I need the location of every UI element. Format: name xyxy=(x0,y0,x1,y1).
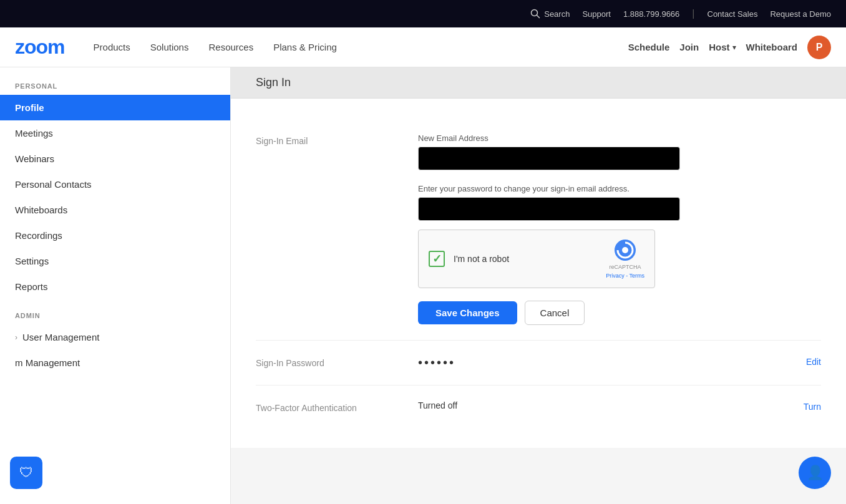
main-content: Sign In Sign-In Email New Email Address … xyxy=(231,67,846,504)
new-email-sublabel: New Email Address xyxy=(418,133,821,143)
page-layout: PERSONAL Profile Meetings Webinars Perso… xyxy=(0,67,846,504)
sign-in-email-label: Sign-In Email xyxy=(256,133,393,146)
sidebar-whiteboards-label: Whiteboards xyxy=(15,205,67,215)
svg-point-3 xyxy=(622,247,628,253)
sidebar-item-whiteboards[interactable]: Whiteboards xyxy=(0,197,230,223)
nav-schedule[interactable]: Schedule xyxy=(628,42,670,52)
recaptcha-logo-icon xyxy=(614,239,636,261)
nav-right: Schedule Join Host ▾ Whiteboard P xyxy=(628,36,831,59)
sidebar-item-personal-contacts[interactable]: Personal Contacts xyxy=(0,172,230,197)
request-demo-link[interactable]: Request a Demo xyxy=(770,9,831,19)
section-header: Sign In xyxy=(231,67,846,99)
sidebar-item-recordings[interactable]: Recordings xyxy=(0,223,230,248)
search-label: Search xyxy=(544,9,570,19)
host-chevron-icon: ▾ xyxy=(732,43,736,52)
personal-section-label: PERSONAL xyxy=(0,82,230,95)
nav-solutions[interactable]: Solutions xyxy=(142,37,198,57)
nav-plans-pricing[interactable]: Plans & Pricing xyxy=(265,37,346,57)
recaptcha-brand: reCAPTCHA xyxy=(610,264,641,270)
security-badge[interactable]: 🛡 xyxy=(10,457,42,489)
chevron-right-icon: › xyxy=(15,333,17,342)
svg-line-1 xyxy=(537,16,540,18)
user-avatar[interactable]: P xyxy=(807,36,831,59)
edit-password-link[interactable]: Edit xyxy=(806,356,821,367)
recaptcha-left: ✓ I'm not a robot xyxy=(429,251,509,267)
two-fa-row: Two-Factor Authentication Turned off Tur… xyxy=(256,385,821,428)
recaptcha-label: I'm not a robot xyxy=(454,254,509,264)
sidebar-item-m-management[interactable]: m Management xyxy=(0,350,230,376)
password-value: •••••• xyxy=(418,356,781,370)
sidebar-item-reports[interactable]: Reports xyxy=(0,274,230,299)
recaptcha-privacy-link[interactable]: Privacy - Terms xyxy=(606,273,644,279)
sign-in-password-row: Sign-In Password •••••• Edit xyxy=(256,341,821,385)
nav-host-dropdown[interactable]: Host ▾ xyxy=(709,42,736,52)
form-area: Sign-In Email New Email Address Enter yo… xyxy=(231,99,846,448)
phone-number[interactable]: 1.888.799.9666 xyxy=(623,9,679,19)
sidebar-item-profile[interactable]: Profile xyxy=(0,95,230,120)
save-changes-button[interactable]: Save Changes xyxy=(418,301,517,324)
sidebar-item-webinars[interactable]: Webinars xyxy=(0,146,230,172)
sidebar-m-management-label: m Management xyxy=(15,357,80,368)
contact-sales-link[interactable]: Contact Sales xyxy=(707,9,758,19)
recaptcha-widget[interactable]: ✓ I'm not a robot xyxy=(418,230,655,288)
sidebar: PERSONAL Profile Meetings Webinars Perso… xyxy=(0,67,231,504)
new-email-input[interactable] xyxy=(418,147,680,170)
two-fa-value: Turned off xyxy=(418,400,779,410)
sidebar-meetings-label: Meetings xyxy=(15,128,53,138)
sign-in-email-row: Sign-In Email New Email Address Enter yo… xyxy=(256,119,821,341)
recaptcha-checkbox[interactable]: ✓ xyxy=(429,251,445,267)
sign-in-password-label: Sign-In Password xyxy=(256,356,393,368)
section-title: Sign In xyxy=(256,76,291,89)
nav-join[interactable]: Join xyxy=(679,42,699,52)
sign-in-email-fields: New Email Address Enter your password to… xyxy=(418,133,821,325)
sidebar-item-user-management[interactable]: › User Management xyxy=(0,324,230,350)
sidebar-personal-contacts-label: Personal Contacts xyxy=(15,179,92,190)
sidebar-settings-label: Settings xyxy=(15,256,49,266)
chat-button[interactable]: 👤 xyxy=(799,457,831,489)
shield-icon: 🛡 xyxy=(19,465,33,481)
nav-resources[interactable]: Resources xyxy=(200,37,262,57)
current-password-input[interactable] xyxy=(418,197,680,221)
divider: | xyxy=(692,8,694,19)
cancel-button[interactable]: Cancel xyxy=(525,301,585,325)
email-btn-row: Save Changes Cancel xyxy=(418,301,821,325)
sidebar-profile-label: Profile xyxy=(15,102,44,113)
logo-text: zoom xyxy=(15,36,65,58)
main-nav: zoom Products Solutions Resources Plans … xyxy=(0,27,846,67)
sidebar-item-meetings[interactable]: Meetings xyxy=(0,120,230,146)
top-bar: Search Support 1.888.799.9666 | Contact … xyxy=(0,0,846,27)
recaptcha-right: reCAPTCHA Privacy - Terms xyxy=(606,239,644,279)
logo[interactable]: zoom xyxy=(15,36,65,59)
sidebar-item-settings[interactable]: Settings xyxy=(0,248,230,274)
admin-section-label: ADMIN xyxy=(0,312,230,324)
password-hint: Enter your password to change your sign-… xyxy=(418,184,821,193)
two-fa-label: Two-Factor Authentication xyxy=(256,400,393,413)
nav-links: Products Solutions Resources Plans & Pri… xyxy=(85,37,628,57)
sidebar-recordings-label: Recordings xyxy=(15,230,62,241)
avatar-letter: P xyxy=(816,42,823,53)
sidebar-webinars-label: Webinars xyxy=(15,153,54,164)
search-bar[interactable]: Search xyxy=(530,9,570,19)
search-icon xyxy=(530,9,540,19)
two-fa-action-link[interactable]: Turn xyxy=(804,400,821,412)
nav-products[interactable]: Products xyxy=(85,37,139,57)
nav-whiteboard[interactable]: Whiteboard xyxy=(746,42,798,52)
chat-icon: 👤 xyxy=(807,465,824,481)
nav-host-label: Host xyxy=(709,42,729,52)
sidebar-reports-label: Reports xyxy=(15,281,48,292)
sidebar-user-management-label: User Management xyxy=(22,332,99,342)
support-link[interactable]: Support xyxy=(582,9,611,19)
